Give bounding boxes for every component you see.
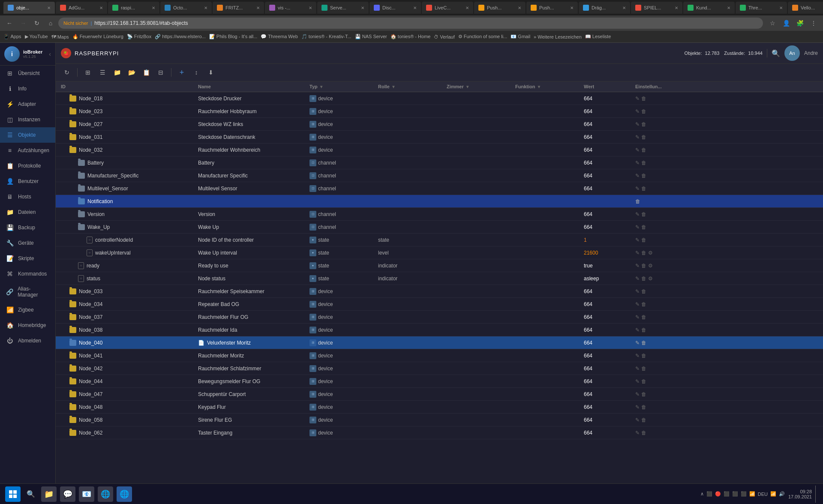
delete-icon[interactable]: 🗑 [641,108,646,114]
tab-kund[interactable]: Kund... ✕ [683,2,735,14]
edit-icon[interactable]: ✎ [635,173,640,179]
download-button[interactable]: ⬇ [205,66,217,78]
table-row[interactable]: ○ wakeUpInterval Wake Up interval ●state… [56,246,823,259]
profile-button[interactable]: 👤 [780,17,792,29]
bookmark-fw[interactable]: 🔥 Feuerwehr Lüneburg [72,34,123,39]
delete-icon[interactable]: 🗑 [641,378,646,384]
tab-close-icon[interactable]: ✕ [152,6,155,10]
taskbar-app-1[interactable]: 📁 [41,486,57,502]
start-button[interactable] [5,486,21,502]
bookmark-tonies2[interactable]: 🏠 tonies® - Home [390,34,431,39]
bookmark-tonies[interactable]: 🎵 tonies® - Kreativ-T... [301,34,351,39]
edit-icon[interactable]: ✎ [635,147,640,153]
view-list-button[interactable]: ☰ [96,66,108,78]
edit-icon[interactable]: ✎ [635,430,640,436]
forward-button[interactable]: → [17,17,29,29]
sidebar-item-instanzen[interactable]: ◫ Instanzen [0,112,55,127]
delete-icon[interactable]: 🗑 [641,237,646,243]
home-button[interactable]: ⌂ [45,17,57,29]
table-row[interactable]: Node_034 Repeater Bad OG ⊞device 664 ✎🗑 [56,298,823,311]
edit-icon[interactable]: ✎ [635,327,640,333]
header-rolle[interactable]: Rolle ▼ [378,84,447,89]
edit-icon[interactable]: ✎ [635,404,640,410]
table-row[interactable]: Node_047 Schuppentür Carport ⊞device 664… [56,388,823,401]
delete-icon[interactable]: 🗑 [641,224,646,230]
tab-close-icon[interactable]: ✕ [779,6,783,10]
bookmark-nas[interactable]: 💾 NAS Server [355,34,387,39]
sidebar-item-info[interactable]: ℹ Info [0,81,55,96]
taskbar-icon-up[interactable]: ∧ [700,491,704,497]
edit-icon[interactable]: ✎ [635,134,640,140]
bookmark-maps[interactable]: 🗺 Maps [51,34,69,39]
edit-icon[interactable]: ✎ [635,96,640,102]
tab-vis[interactable]: vis -... ✕ [265,2,316,14]
sidebar-collapse-button[interactable]: ‹ [49,51,51,57]
edit-icon[interactable]: ✎ [635,353,640,359]
sidebar-item-gerate[interactable]: 🔧 Geräte [0,235,55,251]
tab-close-icon[interactable]: ✕ [99,6,103,10]
table-row[interactable]: Node_058 Sirene Flur EG ⊞device 664 ✎🗑 [56,414,823,426]
settings-button[interactable]: ⋮ [808,17,820,29]
sidebar-item-benutzer[interactable]: 👤 Benutzer [0,174,55,189]
tab-spiel[interactable]: SPIEL... ✕ [631,2,682,14]
table-row-node040[interactable]: Node_040 📄 Veluxfenster Moritz ⊞device 6… [56,336,823,349]
table-row[interactable]: Node_048 Keypad Flur ⊞device 664 ✎🗑 [56,401,823,414]
sidebar-item-alias[interactable]: 🔗 Alias-Manager [0,282,55,302]
delete-icon[interactable]: 🗑 [641,121,646,127]
table-row[interactable]: Version Version ⊡channel 664 ✎🗑 [56,208,823,221]
sidebar-item-zigbee[interactable]: 📶 Zigbee [0,302,55,318]
edit-icon[interactable]: ✎ [635,250,640,256]
delete-icon[interactable]: 🗑 [641,353,646,359]
delete-icon[interactable]: 🗑 [641,173,646,179]
tab-close-icon[interactable]: ✕ [518,6,521,10]
tab-push2[interactable]: Push... ✕ [526,2,578,14]
table-row[interactable]: Node_031 Steckdose Datenschrank ⊞device … [56,131,823,144]
edit-icon[interactable]: ✎ [635,314,640,320]
tab-close-icon[interactable]: ✕ [204,6,207,10]
tab-thre[interactable]: Thre... ✕ [736,2,787,14]
search-icon[interactable]: 🔍 [772,49,780,57]
sidebar-item-homebridge[interactable]: 🏠 Homebridge [0,318,55,333]
tab-close-icon[interactable]: ✕ [675,6,678,10]
delete-icon[interactable]: 🗑 [641,147,646,153]
table-row[interactable]: Node_044 Bewegungsmelder Flur OG ⊞device… [56,375,823,388]
bookmark-apps[interactable]: 📱 Apps [3,34,21,39]
table-row[interactable]: ○ status Node status ●state indicator as… [56,272,823,285]
tab-serve[interactable]: Serve... ✕ [317,2,369,14]
sidebar-item-ubersicht[interactable]: ⊞ Übersicht [0,66,55,81]
tab-adgu[interactable]: AdGu... ✕ [56,2,107,14]
delete-icon[interactable]: 🗑 [641,404,646,410]
delete-icon[interactable]: 🗑 [641,96,646,102]
taskbar-app-4[interactable]: 🌐 [98,486,113,502]
edit-icon[interactable]: ✎ [635,160,640,166]
view-single-button[interactable]: ⊟ [155,66,167,78]
table-row[interactable]: ○ controllerNodeId Node ID of the contro… [56,234,823,246]
delete-icon[interactable]: 🗑 [635,198,640,204]
edit-icon[interactable]: ✎ [635,340,640,346]
taskbar-search-button[interactable]: 🔍 [24,487,38,501]
taskbar-app-2[interactable]: 💬 [60,486,75,502]
view-folder-button[interactable]: 📁 [111,66,123,78]
table-row[interactable]: Node_033 Rauchmelder Speisekammer ⊞devic… [56,285,823,298]
bookmark-function[interactable]: ⚙ Function of some li... [458,34,508,39]
sidebar-item-skripte[interactable]: 📝 Skripte [0,251,55,266]
delete-icon[interactable]: 🗑 [641,391,646,397]
bookmark-phils[interactable]: 📝 Phils Blog - It's all... [209,34,258,39]
sidebar-item-adapter[interactable]: ⚡ Adapter [0,96,55,112]
sidebar-item-protokolle[interactable]: 📋 Protokolle [0,158,55,174]
edit-icon[interactable]: ✎ [635,288,640,294]
delete-icon[interactable]: 🗑 [641,288,646,294]
sort-zimmer-icon[interactable]: ▼ [466,84,470,89]
view-folder2-button[interactable]: 📂 [126,66,138,78]
taskbar-show-desktop-button[interactable] [815,486,818,503]
delete-icon[interactable]: 🗑 [641,250,646,256]
bookmark-gmail[interactable]: 📧 Gmail [511,34,530,39]
tab-close-icon[interactable]: ✕ [466,6,469,10]
bookmark-threema[interactable]: 💬 Threema Web [261,34,297,39]
tab-close-icon[interactable]: ✕ [361,6,364,10]
sidebar-item-abmelden[interactable]: ⏻ Abmelden [0,333,55,348]
delete-icon[interactable]: 🗑 [641,366,646,372]
bookmark-more[interactable]: » Weitere Lesezeichen [534,34,582,39]
table-row[interactable]: Node_018 Steckdose Drucker ⊞device 664 ✎… [56,92,823,105]
refresh-button[interactable]: ↻ [31,17,43,29]
